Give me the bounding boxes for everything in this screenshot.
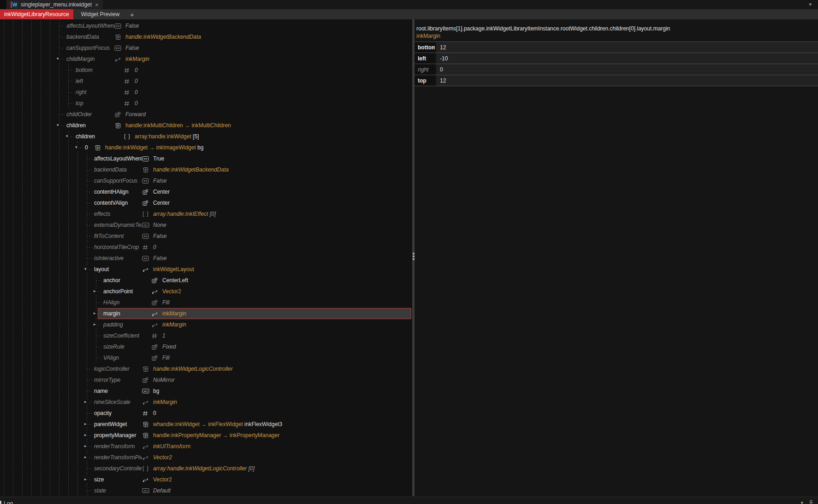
tree-guide [18,275,28,286]
tree-guide [28,363,37,374]
expander-closed-icon[interactable]: ▸ [93,311,96,316]
tree-guide [55,385,65,397]
tree-row[interactable]: ▸margininkMargin [0,308,412,319]
tree-guide [18,363,28,374]
tree-row[interactable]: affectsLayoutWhenHiFalse [0,20,412,31]
tree-row[interactable]: logicControllerhandle:inkWidgetLogicCont… [0,363,412,374]
tree-guide [65,474,74,485]
property-value: inkMargin [162,310,186,317]
expander-closed-icon[interactable]: ▸ [84,477,87,482]
property-name: children [76,133,124,140]
tree-row[interactable]: stateabcDefault [0,485,412,496]
tree-guide [55,286,65,297]
tree-row[interactable]: sizeRuleFixed [0,341,412,352]
close-icon[interactable]: × [95,2,99,8]
add-tab-button[interactable]: + [127,9,137,19]
tree-row[interactable]: ▾layoutinkWidgetLayout [0,264,412,275]
tree-row[interactable]: ▸parentWidgetwhandle:inkWidget → inkFlex… [0,419,412,430]
tree-guide [37,20,46,31]
margin-field-value[interactable]: 12 [436,75,818,86]
tree-row[interactable]: left0 [0,76,412,87]
tree-guide [18,397,28,408]
tree-row[interactable]: VAlignFill [0,352,412,363]
chevron-down-icon[interactable]: ▾ [800,500,803,504]
tree-row[interactable]: mirrorTypeNoMirror [0,374,412,385]
expander-closed-icon[interactable]: ▸ [84,433,87,438]
tree-row[interactable]: anchorCenterLeft [0,275,412,286]
tree-guide [37,253,46,264]
tree-guide [9,175,18,186]
tree-row[interactable]: ▸anchorPointVector2 [0,286,412,297]
pin-icon[interactable] [809,500,813,504]
expander-open-icon[interactable]: ▾ [56,56,59,61]
tree-row[interactable]: ▾childMargininkMargin [0,53,412,65]
tree-guide [37,485,46,496]
tree-row[interactable]: sizeCoefficient1 [0,330,412,341]
tree-row[interactable]: ▸propertyManagerhandle:inkPropertyManage… [0,430,412,441]
tab-inkwidgetlibraryresource[interactable]: inkWidgetLibraryResource [0,9,73,19]
chevron-down-icon[interactable]: ▾ [809,1,812,7]
str-type-icon: abc [142,388,150,394]
tree-guide [55,397,65,408]
tree-guide [46,286,55,297]
tree-row[interactable]: ▸sizeVector2 [0,474,412,485]
expander-closed-icon[interactable]: ▸ [84,421,87,427]
tree-row[interactable]: contentVAlignCenter [0,197,412,208]
tree-row[interactable]: ▸renderTransforminkUITransform [0,441,412,452]
tree-row[interactable]: isInteractiveFalse [0,253,412,264]
tree-row[interactable]: fitToContentFalse [0,231,412,242]
tree-guide [18,330,28,341]
margin-field-value[interactable]: -10 [436,53,818,64]
expander-closed-icon[interactable]: ▸ [84,399,87,404]
expander-closed-icon[interactable]: ▸ [84,455,87,460]
tree-row[interactable]: ▸nineSliceScaleinkMargin [0,397,412,408]
log-panel-bar[interactable]: Log ▾ [0,497,818,504]
tree-guide [65,385,74,397]
expander-open-icon[interactable]: ▾ [56,123,59,128]
tree-guide [28,219,37,231]
tab-widget-preview[interactable]: Widget Preview [73,9,127,19]
tree-row[interactable]: externalDynamicTextabcNone [0,219,412,231]
expander-open-icon[interactable]: ▾ [65,134,69,139]
tree-row[interactable]: childOrderForward [0,109,412,120]
tree-row[interactable]: horizontalTileCrop0 [0,242,412,253]
tree-row[interactable]: top0 [0,98,412,109]
tree-row[interactable]: affectsLayoutWhenHTrue [0,153,412,164]
margin-field-value[interactable]: 0 [436,64,818,75]
tree-row[interactable]: canSupportFocusFalse [0,175,412,186]
tree-guide [37,341,46,352]
margin-field-value[interactable]: 12 [436,42,818,53]
margin-table-row: left-10 [415,53,818,64]
tree-guide [46,430,55,441]
tree-guide [37,308,46,319]
document-tab[interactable]: W singleplayer_menu.inkwidget × [6,0,103,9]
expander-closed-icon[interactable]: ▸ [84,444,87,449]
tree-row[interactable]: backendDatahandle:inkWidgetBackendData [0,164,412,175]
tree-row[interactable]: right0 [0,87,412,98]
tree-row[interactable]: contentHAlignCenter [0,186,412,197]
tree-row[interactable]: opacity0 [0,408,412,419]
tree-row[interactable]: canSupportFocusFalse [0,42,412,53]
tree-guide [65,286,74,297]
tree-row[interactable]: ▾0handle:inkWidget → inkImageWidget bg [0,142,412,153]
tree-row[interactable]: bottom0 [0,65,412,76]
tree-guide [9,109,18,120]
tree-row[interactable]: secondaryControllersarray:handle:inkWidg… [0,463,412,474]
tree-row[interactable]: effectsarray:handle:inkIEffect [0] [0,208,412,219]
tree-row[interactable]: ▸paddinginkMargin [0,319,412,330]
tree-row[interactable]: backendDatahandle:inkWidgetBackendData [0,31,412,42]
tree-guide [0,76,9,87]
tree-row[interactable]: ▾childrenhandle:inkMultiChildren → inkMu… [0,120,412,131]
expander-open-icon[interactable]: ▾ [75,145,78,150]
tree-guide [9,20,18,31]
tree-guide [28,253,37,264]
expander-closed-icon[interactable]: ▸ [93,322,96,327]
expander-closed-icon[interactable]: ▸ [93,289,96,294]
tree-row[interactable]: nameabcbg [0,385,412,397]
tree-row[interactable]: HAlignFill [0,297,412,308]
tree-row[interactable]: ▸renderTransformPivoVector2 [0,452,412,463]
tree-guide [18,385,28,397]
tree-row[interactable]: ▾childrenarray:handle:inkWidget [5] [0,131,412,142]
tree-guide [9,419,18,430]
expander-open-icon[interactable]: ▾ [84,267,87,272]
